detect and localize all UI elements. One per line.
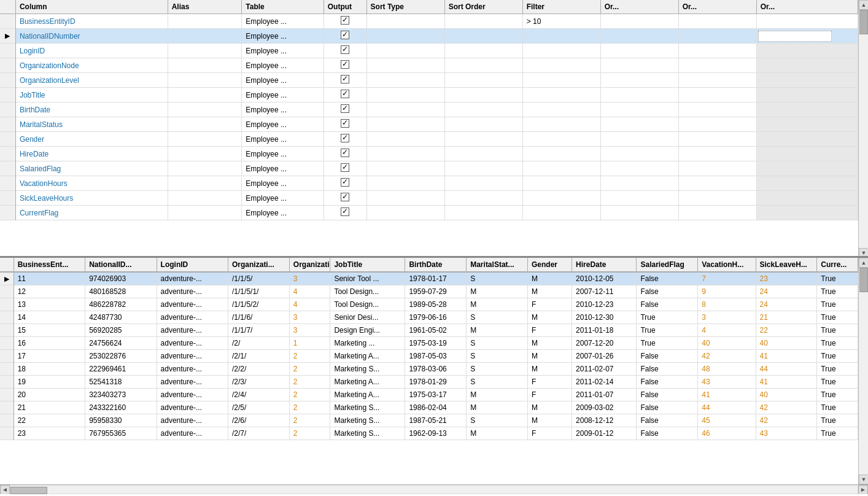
- query-col-filter[interactable]: [522, 147, 600, 161]
- query-col-or1[interactable]: [600, 117, 678, 132]
- results-row[interactable]: 21243322160adventure-.../2/5/2Marketing …: [0, 401, 858, 414]
- query-row[interactable]: HireDateEmployee ...: [0, 147, 858, 161]
- query-col-sortorder[interactable]: [444, 132, 522, 147]
- query-col-or2[interactable]: [678, 73, 756, 88]
- checkbox-checked[interactable]: [341, 60, 349, 69]
- query-col-or1[interactable]: [600, 44, 678, 58]
- checkbox-checked[interactable]: [341, 75, 349, 83]
- query-col-output[interactable]: [324, 58, 366, 73]
- results-row[interactable]: 1442487730adventure-.../1/1/6/3Senior De…: [0, 311, 858, 324]
- query-col-or1[interactable]: [600, 161, 678, 176]
- query-col-or3[interactable]: [756, 103, 858, 117]
- query-col-or2[interactable]: [678, 58, 756, 73]
- query-row[interactable]: MaritalStatusEmployee ...: [0, 117, 858, 132]
- results-row[interactable]: 20323403273adventure-.../2/4/2Marketing …: [0, 389, 858, 401]
- query-col-output[interactable]: [324, 147, 366, 161]
- query-col-or1[interactable]: [600, 58, 678, 73]
- scroll-left-arrow[interactable]: ◄: [0, 485, 10, 495]
- query-col-or1[interactable]: [600, 147, 678, 161]
- query-row[interactable]: GenderEmployee ...: [0, 132, 858, 147]
- query-row[interactable]: ▶NationalIDNumberEmployee ...: [0, 29, 858, 44]
- query-col-sorttype[interactable]: [366, 176, 444, 191]
- query-col-filter[interactable]: > 10: [522, 14, 600, 29]
- query-col-sorttype[interactable]: [366, 58, 444, 73]
- query-row[interactable]: OrganizationNodeEmployee ...: [0, 58, 858, 73]
- query-col-or1[interactable]: [600, 176, 678, 191]
- query-col-or1[interactable]: [600, 132, 678, 147]
- query-col-output[interactable]: [324, 206, 366, 220]
- query-row[interactable]: CurrentFlagEmployee ...: [0, 206, 858, 220]
- scroll-right-arrow[interactable]: ►: [858, 485, 868, 495]
- checkbox-checked[interactable]: [341, 45, 349, 54]
- query-col-filter[interactable]: [522, 58, 600, 73]
- query-col-filter[interactable]: [522, 88, 600, 103]
- query-col-sorttype[interactable]: [366, 103, 444, 117]
- query-col-sortorder[interactable]: [444, 117, 522, 132]
- query-col-or2[interactable]: [678, 29, 756, 44]
- query-col-filter[interactable]: [522, 161, 600, 176]
- query-col-sorttype[interactable]: [366, 14, 444, 29]
- query-col-sortorder[interactable]: [444, 88, 522, 103]
- query-col-or3[interactable]: [756, 206, 858, 220]
- bottom-scrollbar[interactable]: ◄ ►: [0, 484, 868, 494]
- results-row[interactable]: ▶11974026903adventure-.../1/1/5/3Senior …: [0, 272, 858, 285]
- query-col-sorttype[interactable]: [366, 161, 444, 176]
- query-col-or1[interactable]: [600, 206, 678, 220]
- query-col-or2[interactable]: [678, 117, 756, 132]
- query-col-sortorder[interactable]: [444, 14, 522, 29]
- query-col-or2[interactable]: [678, 191, 756, 206]
- query-row[interactable]: SalariedFlagEmployee ...: [0, 161, 858, 176]
- results-row[interactable]: 1624756624adventure-.../2/1Marketing ...…: [0, 337, 858, 350]
- query-col-or1[interactable]: [600, 14, 678, 29]
- checkbox-checked[interactable]: [341, 104, 349, 113]
- results-row[interactable]: 12480168528adventure-.../1/1/5/1/4Tool D…: [0, 285, 858, 298]
- query-col-or3[interactable]: [756, 88, 858, 103]
- checkbox-checked[interactable]: [341, 119, 349, 128]
- query-col-sorttype[interactable]: [366, 88, 444, 103]
- query-col-output[interactable]: [324, 73, 366, 88]
- query-col-or2[interactable]: [678, 88, 756, 103]
- query-col-sorttype[interactable]: [366, 132, 444, 147]
- query-col-or1[interactable]: [600, 88, 678, 103]
- checkbox-checked[interactable]: [341, 31, 349, 39]
- results-wrapper[interactable]: BusinessEnt... NationalID... LoginID Org…: [0, 258, 868, 484]
- query-col-sorttype[interactable]: [366, 44, 444, 58]
- query-col-or1[interactable]: [600, 73, 678, 88]
- bottom-right-scrollbar[interactable]: ▲ ▼: [858, 258, 868, 484]
- query-col-filter[interactable]: [522, 132, 600, 147]
- query-col-sortorder[interactable]: [444, 103, 522, 117]
- query-col-or3[interactable]: [756, 191, 858, 206]
- query-col-or2[interactable]: [678, 14, 756, 29]
- query-col-output[interactable]: [324, 14, 366, 29]
- results-row[interactable]: 17253022876adventure-.../2/1/2Marketing …: [0, 350, 858, 363]
- query-col-or2[interactable]: [678, 206, 756, 220]
- query-col-output[interactable]: [324, 161, 366, 176]
- query-row[interactable]: BusinessEntityIDEmployee ...> 10: [0, 14, 858, 29]
- query-col-or3[interactable]: [756, 161, 858, 176]
- checkbox-checked[interactable]: [341, 207, 349, 216]
- query-col-or2[interactable]: [678, 132, 756, 147]
- query-col-or2[interactable]: [678, 161, 756, 176]
- query-col-output[interactable]: [324, 103, 366, 117]
- query-col-filter[interactable]: [522, 191, 600, 206]
- query-col-or3[interactable]: [756, 117, 858, 132]
- query-col-sortorder[interactable]: [444, 161, 522, 176]
- results-row[interactable]: 1952541318adventure-.../2/3/2Marketing A…: [0, 376, 858, 389]
- query-col-sortorder[interactable]: [444, 44, 522, 58]
- query-col-filter[interactable]: [522, 176, 600, 191]
- query-col-or3[interactable]: [756, 29, 858, 44]
- scroll-up-arrow-bottom[interactable]: ▲: [859, 258, 868, 268]
- query-col-output[interactable]: [324, 191, 366, 206]
- results-row[interactable]: 2295958330adventure-.../2/6/2Marketing S…: [0, 414, 858, 427]
- query-col-or1[interactable]: [600, 29, 678, 44]
- query-col-output[interactable]: [324, 44, 366, 58]
- query-row[interactable]: OrganizationLevelEmployee ...: [0, 73, 858, 88]
- query-col-sortorder[interactable]: [444, 191, 522, 206]
- results-row[interactable]: 23767955365adventure-.../2/7/2Marketing …: [0, 427, 858, 440]
- results-row[interactable]: 1556920285adventure-.../1/1/7/3Design En…: [0, 324, 858, 337]
- query-col-or3[interactable]: [756, 58, 858, 73]
- checkbox-checked[interactable]: [341, 90, 349, 98]
- query-col-or1[interactable]: [600, 103, 678, 117]
- query-col-filter[interactable]: [522, 117, 600, 132]
- results-row[interactable]: 18222969461adventure-.../2/2/2Marketing …: [0, 363, 858, 376]
